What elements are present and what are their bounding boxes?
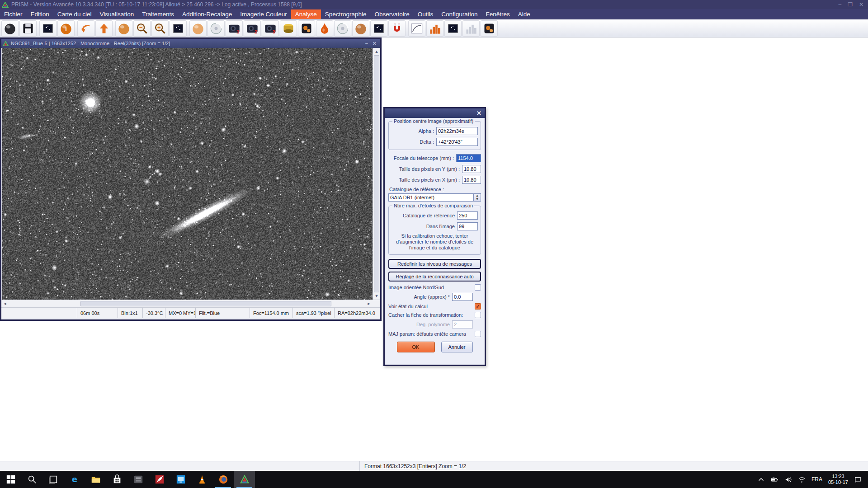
menu-fichier[interactable]: Fichier [0,9,27,19]
menu-fen-tres[interactable]: Fenêtres [482,9,514,19]
north-south-checkbox[interactable] [475,284,481,291]
maj-param-checkbox[interactable] [475,331,481,337]
save-icon[interactable] [19,20,37,37]
close-button[interactable]: ✕ [859,1,863,8]
magnet-icon[interactable] [388,20,406,37]
copper-sphere-icon[interactable] [352,20,369,37]
vertical-scrollbar[interactable]: ▲ ▼ [373,48,380,300]
dialog-titlebar[interactable]: ✕ [385,108,485,118]
sphere-tool-icon[interactable] [115,20,132,37]
pixel-y-input[interactable] [462,165,481,173]
firefox-icon[interactable] [212,471,234,488]
tray-chevron-icon[interactable] [757,476,765,483]
astrometry-dialog[interactable]: ✕ Position centre image (approximatif) A… [383,107,486,366]
filter-wheel-icon[interactable] [280,20,297,37]
file-explorer-icon[interactable] [85,471,106,488]
catalogue-select[interactable]: GAIA DR1 (internet) [388,193,474,202]
flame-focus-icon[interactable] [316,20,333,37]
language-indicator[interactable]: FRA [811,476,822,483]
menu-visualisation[interactable]: Visualisation [96,9,138,19]
auto-recognition-button[interactable]: Réglage de la reconnaissance auto [388,272,481,282]
horizontal-scrollbar[interactable]: ◄ ► [1,300,380,307]
remote-app-icon[interactable] [127,471,149,488]
horizontal-scroll-thumb[interactable] [80,301,331,306]
export-arrow-icon[interactable] [95,20,113,37]
store-icon[interactable] [106,471,127,488]
scroll-left-arrow[interactable]: ◄ [1,300,9,307]
wifi-icon[interactable] [798,476,806,483]
menu-observatoire[interactable]: Observatoire [370,9,413,19]
scroll-down-arrow[interactable]: ▼ [373,292,380,300]
action-center-icon[interactable] [854,476,862,483]
image-window-minimize-button[interactable]: – [365,41,368,47]
image-window-close-button[interactable]: ✕ [373,41,377,47]
camera-3-icon[interactable]: 3 [262,20,279,37]
catalogue-spinner[interactable]: ▲▼ [474,193,481,202]
menu-carte-du-ciel[interactable]: Carte du ciel [53,9,96,19]
edge-icon[interactable]: e [64,471,85,488]
telescope-icon[interactable] [298,20,315,37]
image-window-titlebar[interactable]: NGC891_Blue-5 | 1663x1252 - Monochrome -… [1,39,380,48]
scroll-right-arrow[interactable]: ► [365,300,373,307]
catalogue-count-input[interactable] [457,211,478,220]
red-app-icon[interactable] [149,471,170,488]
menu-aide[interactable]: Aide [514,9,534,19]
camera-1-icon[interactable]: 1 [226,20,243,37]
search-button[interactable] [21,471,42,488]
hide-sheet-checkbox[interactable] [475,312,481,318]
clock[interactable]: 13:2305-10-17 [828,474,848,485]
menu-analyse[interactable]: Analyse [291,9,321,19]
dialog-close-icon[interactable]: ✕ [476,110,481,117]
task-view-button[interactable] [42,471,64,488]
angle-input[interactable] [452,293,473,301]
histogram-3d-icon[interactable] [426,20,443,37]
messages-level-button[interactable]: Redefinir les niveau de messages [388,259,481,269]
teamviewer-icon[interactable] [170,471,191,488]
pixel-x-input[interactable] [462,176,481,184]
delta-input[interactable] [436,138,478,146]
ok-button[interactable]: OK [397,342,435,352]
alpha-input[interactable] [436,127,478,135]
cdrom-icon[interactable] [208,20,225,37]
volume-icon[interactable] [784,476,792,483]
vertical-scroll-thumb[interactable] [374,55,379,292]
menu-traitements[interactable]: Traitements [138,9,178,19]
menu-outils[interactable]: Outils [414,9,438,19]
battery-icon[interactable] [771,476,778,483]
menu-spectrographie[interactable]: Spectrographie [321,9,371,19]
negative-image-icon[interactable] [370,20,387,37]
menu-addition-recalage[interactable]: Addition-Recalage [178,9,236,19]
menu-configuration[interactable]: Configuration [437,9,481,19]
histogram-icon[interactable] [462,20,480,37]
automation-gears-icon[interactable] [481,20,498,37]
delta-label: Delta : [420,139,434,145]
curve-plot-icon[interactable] [408,20,425,37]
vlc-icon[interactable] [191,471,212,488]
open-image-icon[interactable] [1,20,19,37]
minimize-button[interactable]: – [838,1,841,8]
zoom-in-icon[interactable]: + [151,20,169,37]
menu-imagerie-couleur[interactable]: Imagerie Couleur [236,9,291,19]
status-seg0 [1,308,77,318]
copy-images-icon[interactable] [39,20,57,37]
prism-icon[interactable] [234,471,255,488]
menu-edition[interactable]: Edition [27,9,53,19]
focale-input[interactable] [456,154,481,162]
planetarium-icon[interactable] [334,20,351,37]
image-window-icon[interactable] [170,20,187,37]
camera-2-icon[interactable]: 2 [244,20,261,37]
undo-arrow-icon[interactable] [77,20,94,37]
hand-select-icon[interactable] [189,20,207,37]
image-window[interactable]: NGC891_Blue-5 | 1663x1252 - Monochrome -… [0,38,382,321]
astronomy-image-ngc891[interactable] [2,48,373,300]
view-calc-checkbox[interactable]: ✓ [475,303,481,310]
scroll-up-arrow[interactable]: ▲ [373,48,380,55]
maximize-button[interactable]: ❐ [848,1,853,8]
zoom-out-icon[interactable]: − [133,20,151,37]
cancel-button[interactable]: Annuler [441,342,473,352]
clipping-icon[interactable] [444,20,462,37]
start-button[interactable] [0,471,21,488]
info-icon[interactable]: i [57,20,75,37]
image-count-input[interactable] [457,222,478,230]
position-group-title: Position centre image (approximatif) [392,118,475,124]
